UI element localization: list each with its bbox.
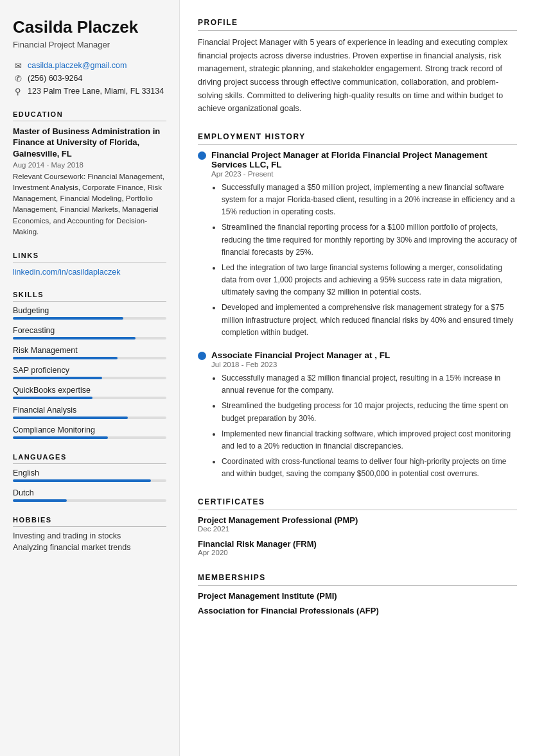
skill-bar-bg (13, 436, 166, 439)
email-link[interactable]: casilda.placzek@gmail.com (28, 61, 127, 70)
edu-coursework: Relevant Coursework: Financial Managemen… (13, 171, 166, 238)
job-bullet: Developed and implemented a comprehensiv… (222, 302, 517, 339)
job-dot (198, 151, 206, 160)
skill-bar-fill (13, 317, 123, 320)
skill-bar-bg (13, 317, 166, 320)
cert-name: Project Management Professional (PMP) (198, 515, 517, 525)
skill-item: Financial Analysis (13, 406, 166, 419)
contact-address: ⚲ 123 Palm Tree Lane, Miami, FL 33134 (13, 87, 166, 96)
skill-item: Budgeting (13, 306, 166, 320)
location-icon: ⚲ (13, 87, 23, 96)
skill-bar-bg (13, 357, 166, 359)
hobbies-list: Investing and trading in stocksAnalyzing… (13, 531, 166, 552)
skill-bar-bg (13, 417, 166, 419)
lang-label: Dutch (13, 488, 166, 497)
links-section: LINKS linkedin.com/in/casildaplaczek (13, 252, 166, 277)
profile-section-title: PROFILE (198, 18, 517, 31)
employment-section-title: EMPLOYMENT HISTORY (198, 132, 517, 145)
job-bullet: Led the integration of two large financi… (222, 262, 517, 299)
skill-bar-bg (13, 337, 166, 339)
cert-name: Financial Risk Manager (FRM) (198, 539, 517, 549)
edu-degree: Master of Business Administration in Fin… (13, 126, 166, 160)
linkedin-link[interactable]: linkedin.com/in/casildaplaczek (13, 268, 120, 277)
contact-phone: ✆ (256) 603-9264 (13, 74, 166, 83)
education-section-title: EDUCATION (13, 110, 166, 121)
certificates-section: CERTIFICATES Project Management Professi… (198, 497, 517, 556)
memberships-container: Project Management Institute (PMI)Associ… (198, 591, 517, 615)
skill-bar-bg (13, 377, 166, 379)
memberships-section-title: MEMBERSHIPS (198, 573, 517, 586)
certs-container: Project Management Professional (PMP) De… (198, 515, 517, 556)
contact-list: ✉ casilda.placzek@gmail.com ✆ (256) 603-… (13, 61, 166, 96)
hobbies-section-title: HOBBIES (13, 516, 166, 527)
skill-item: Forecasting (13, 326, 166, 339)
job-title: Financial Project Manager at Florida Fin… (198, 150, 517, 169)
skill-label: Financial Analysis (13, 406, 166, 415)
skill-item: SAP proficiency (13, 366, 166, 379)
employment-section: EMPLOYMENT HISTORY Financial Project Man… (198, 132, 517, 481)
job-bullet: Streamlined the financial reporting proc… (222, 221, 517, 259)
cert-entry: Project Management Professional (PMP) De… (198, 515, 517, 533)
hobby-item: Investing and trading in stocks (13, 531, 166, 540)
skill-label: Risk Management (13, 346, 166, 355)
job-bullet: Successfully managed a $50 million proje… (222, 182, 517, 219)
job-bullets: Successfully managed a $50 million proje… (211, 182, 517, 339)
languages-section: LANGUAGES English Dutch (13, 453, 166, 502)
candidate-title: Financial Project Manager (13, 40, 166, 49)
skills-section: SKILLS Budgeting Forecasting Risk Manage… (13, 291, 166, 439)
contact-email: ✉ casilda.placzek@gmail.com (13, 61, 166, 71)
skill-label: SAP proficiency (13, 366, 166, 375)
skill-bar-fill (13, 397, 92, 399)
membership-entry: Project Management Institute (PMI) (198, 591, 517, 601)
skill-bar-fill (13, 377, 102, 379)
hobbies-section: HOBBIES Investing and trading in stocksA… (13, 516, 166, 552)
skill-label: Compliance Monitoring (13, 425, 166, 434)
link-item: linkedin.com/in/casildaplaczek (13, 267, 166, 277)
lang-bar-bg (13, 499, 166, 502)
membership-name: Project Management Institute (PMI) (198, 591, 517, 601)
languages-container: English Dutch (13, 468, 166, 502)
profile-section: PROFILE Financial Project Manager with 5… (198, 18, 517, 116)
job-bullet: Coordinated with cross-functional teams … (222, 456, 517, 480)
job-title: Associate Financial Project Manager at ,… (198, 350, 517, 360)
skill-label: Forecasting (13, 326, 166, 335)
job-bullet: Implemented new financial tracking softw… (222, 428, 517, 452)
lang-label: English (13, 468, 166, 477)
lang-bar-fill (13, 479, 151, 482)
skill-bar-fill (13, 337, 136, 339)
skill-item: QuickBooks expertise (13, 386, 166, 399)
jobs-container: Financial Project Manager at Florida Fin… (198, 150, 517, 481)
skill-label: Budgeting (13, 306, 166, 315)
languages-section-title: LANGUAGES (13, 453, 166, 464)
links-section-title: LINKS (13, 252, 166, 262)
job-bullet: Streamlined the budgeting process for 10… (222, 400, 517, 424)
skill-item: Risk Management (13, 346, 166, 359)
skill-bar-bg (13, 397, 166, 399)
candidate-name: Casilda Placzek (13, 18, 166, 37)
language-item: Dutch (13, 488, 166, 502)
job-dates: Jul 2018 - Feb 2023 (211, 361, 517, 368)
phone-icon: ✆ (13, 74, 23, 83)
cert-date: Dec 2021 (198, 525, 517, 533)
language-item: English (13, 468, 166, 482)
lang-bar-fill (13, 499, 67, 502)
memberships-section: MEMBERSHIPS Project Management Institute… (198, 573, 517, 615)
job-bullet: Successfully managed a $2 million financ… (222, 372, 517, 397)
cert-date: Apr 2020 (198, 549, 517, 556)
skill-label: QuickBooks expertise (13, 386, 166, 395)
skill-bar-fill (13, 436, 108, 439)
skill-bar-fill (13, 357, 118, 359)
cert-entry: Financial Risk Manager (FRM) Apr 2020 (198, 539, 517, 556)
hobby-item: Analyzing financial market trends (13, 543, 166, 552)
certificates-section-title: CERTIFICATES (198, 497, 517, 510)
email-icon: ✉ (13, 61, 23, 71)
skills-section-title: SKILLS (13, 291, 166, 302)
membership-entry: Association for Financial Professionals … (198, 606, 517, 615)
job-bullets: Successfully managed a $2 million financ… (211, 372, 517, 481)
job-dot (198, 352, 206, 360)
education-section: EDUCATION Master of Business Administrat… (13, 110, 166, 237)
profile-text: Financial Project Manager with 5 years o… (198, 36, 517, 116)
edu-dates: Aug 2014 - May 2018 (13, 161, 166, 169)
membership-name: Association for Financial Professionals … (198, 606, 517, 615)
lang-bar-bg (13, 479, 166, 482)
